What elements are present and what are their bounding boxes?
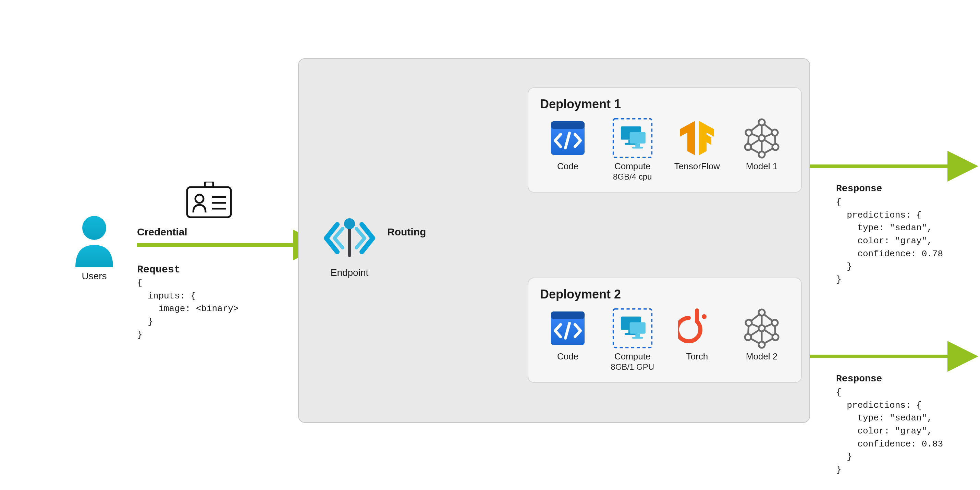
credential-icon <box>185 181 233 221</box>
model-icon <box>741 308 782 349</box>
code-label: Code <box>557 351 578 362</box>
deployment-1-model: Model 1 <box>733 118 791 172</box>
svg-rect-20 <box>635 143 640 146</box>
compute-spec: 8GB/1 GPU <box>611 362 654 372</box>
user-icon <box>70 212 118 269</box>
svg-point-67 <box>746 320 752 326</box>
svg-point-39 <box>759 135 765 141</box>
credential-label: Credential <box>137 226 188 238</box>
response-1: Response { predictions: { type: "sedan",… <box>836 183 943 286</box>
response-2-title: Response <box>836 374 943 384</box>
svg-point-66 <box>759 309 765 316</box>
compute-icon <box>612 118 653 159</box>
compute-icon <box>612 308 653 349</box>
svg-rect-52 <box>632 337 643 339</box>
response-2-body: { predictions: { type: "sedan", color: "… <box>836 386 943 477</box>
svg-point-6 <box>195 195 204 203</box>
deployment-2-framework: Torch <box>668 308 726 362</box>
deployment-2: Deployment 2 Code <box>528 278 802 383</box>
model-icon <box>741 118 782 159</box>
svg-point-11 <box>344 218 355 229</box>
deployment-1: Deployment 1 Code <box>528 88 802 192</box>
request-body: { inputs: { image: <binary> } } <box>137 277 239 341</box>
deployment-2-compute: Compute 8GB/1 GPU <box>603 308 662 372</box>
request-title: Request <box>137 264 180 275</box>
svg-marker-22 <box>680 121 695 155</box>
compute-label: Compute <box>614 161 651 172</box>
svg-point-40 <box>745 144 751 150</box>
svg-rect-51 <box>635 334 640 337</box>
svg-point-36 <box>759 119 765 126</box>
svg-rect-13 <box>551 121 585 129</box>
deployment-1-code: Code <box>539 118 597 172</box>
endpoint-label: Endpoint <box>315 267 384 278</box>
svg-point-37 <box>746 129 752 136</box>
framework-label: Torch <box>686 351 708 362</box>
svg-rect-44 <box>551 312 585 319</box>
compute-label: Compute <box>614 351 651 362</box>
users-label: Users <box>70 271 118 282</box>
deployment-1-compute: Compute 8GB/4 cpu <box>603 118 662 181</box>
model-label: Model 1 <box>746 161 778 172</box>
tensorflow-icon <box>676 118 718 159</box>
svg-point-3 <box>82 216 106 240</box>
endpoint-icon <box>322 211 377 267</box>
svg-point-38 <box>772 129 778 136</box>
svg-point-68 <box>772 320 778 326</box>
svg-point-69 <box>759 325 765 331</box>
svg-point-41 <box>772 144 778 150</box>
svg-point-72 <box>759 342 765 348</box>
response-1-body: { predictions: { type: "sedan", color: "… <box>836 196 943 286</box>
svg-point-70 <box>745 334 751 340</box>
code-icon <box>547 308 589 349</box>
code-label: Code <box>557 161 578 172</box>
pytorch-icon <box>676 308 718 349</box>
model-label: Model 2 <box>746 351 778 362</box>
deployment-2-title: Deployment 2 <box>540 287 791 302</box>
response-1-title: Response <box>836 183 943 194</box>
deployment-2-code: Code <box>539 308 597 362</box>
deployment-1-framework: TensorFlow <box>668 118 726 172</box>
svg-rect-19 <box>630 132 645 143</box>
svg-point-42 <box>759 151 765 158</box>
deployment-1-title: Deployment 1 <box>540 97 791 111</box>
svg-marker-23 <box>699 121 714 155</box>
deployment-2-model: Model 2 <box>733 308 791 362</box>
response-2: Response { predictions: { type: "sedan",… <box>836 374 943 477</box>
routing-label: Routing <box>387 226 426 238</box>
svg-rect-21 <box>632 146 643 149</box>
code-icon <box>547 118 589 159</box>
compute-spec: 8GB/4 cpu <box>613 172 652 181</box>
svg-point-71 <box>772 334 778 340</box>
svg-point-53 <box>702 314 706 319</box>
svg-rect-50 <box>630 322 645 333</box>
framework-label: TensorFlow <box>675 161 720 172</box>
